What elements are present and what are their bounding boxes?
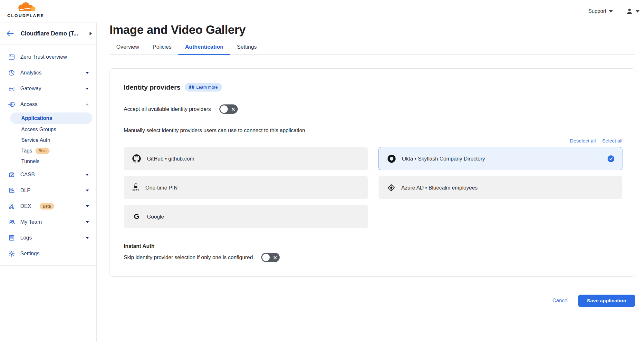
sidebar-item-label: Settings: [20, 250, 40, 257]
google-icon: G: [132, 212, 141, 221]
instant-auth-toggle[interactable]: [261, 253, 280, 262]
chevron-down-icon[interactable]: [86, 88, 89, 90]
provider-label: Google: [147, 214, 164, 220]
sidebar-item-dlp[interactable]: DLP: [0, 182, 96, 198]
sidebar-item-label: CASB: [20, 171, 35, 178]
deselect-all-link[interactable]: Deselect all: [570, 138, 596, 144]
learn-more-badge[interactable]: Learn more: [185, 83, 222, 92]
book-icon: [189, 85, 194, 89]
learn-more-label: Learn more: [196, 85, 217, 90]
provider-tile-okta[interactable]: Okta • Skyflash Company Directory: [379, 147, 623, 170]
save-application-button[interactable]: Save application: [578, 295, 635, 307]
sidebar-item-label: DEX: [20, 203, 31, 209]
sidebar-item-analytics[interactable]: Analytics: [0, 65, 96, 81]
chevron-down-icon[interactable]: [86, 72, 89, 74]
accept-all-label: Accept all available identity providers: [124, 106, 211, 112]
access-icon: [8, 101, 15, 108]
beta-badge: Beta: [40, 203, 54, 210]
account-menu[interactable]: [626, 7, 639, 15]
sidebar-item-service-auth[interactable]: Service Auth: [0, 135, 96, 145]
cloudflare-cloud-icon: [15, 2, 36, 12]
provider-tile-one-time-pin[interactable]: **** One-time PIN: [124, 176, 368, 199]
team-switcher[interactable]: Cloudflare Demo (T...: [0, 23, 96, 44]
analytics-icon: [8, 69, 15, 76]
provider-label: Okta • Skyflash Company Directory: [402, 156, 485, 162]
sidebar-item-tags[interactable]: Tags Beta: [0, 145, 96, 156]
accept-all-toggle[interactable]: [219, 104, 238, 114]
sidebar-item-tunnels[interactable]: Tunnels: [0, 156, 96, 167]
chevron-down-icon[interactable]: [86, 221, 89, 223]
sidebar-item-label: Gateway: [20, 85, 41, 92]
chevron-down-icon: [609, 10, 613, 13]
chevron-down-icon[interactable]: [86, 205, 89, 207]
sidebar-item-applications[interactable]: Applications: [10, 112, 92, 124]
team-icon: [8, 219, 15, 226]
pin-mask: ****: [132, 189, 139, 192]
sidebar: Cloudflare Demo (T... Zero Trust overvie…: [0, 23, 97, 342]
footer-divider: [110, 289, 635, 289]
support-label: Support: [588, 8, 606, 14]
one-time-pin-icon: ****: [132, 183, 139, 192]
tab-policies[interactable]: Policies: [146, 44, 178, 54]
toggle-x-icon: [231, 107, 235, 111]
sidebar-item-label: Service Auth: [21, 137, 50, 143]
sidebar-item-my-team[interactable]: My Team: [0, 214, 96, 230]
sidebar-item-access-groups[interactable]: Access Groups: [0, 124, 96, 135]
chevron-down-icon[interactable]: [86, 190, 89, 191]
team-name: Cloudflare Demo (T...: [21, 30, 90, 37]
provider-label: GitHub • github.com: [147, 156, 194, 162]
provider-tile-github[interactable]: GitHub • github.com: [124, 147, 368, 170]
dlp-icon: [8, 187, 15, 194]
okta-icon: [387, 154, 396, 163]
casb-icon: [8, 171, 15, 178]
tab-overview[interactable]: Overview: [110, 44, 146, 54]
identity-providers-card: Identity providers Learn more Accept all…: [110, 68, 635, 277]
sidebar-item-logs[interactable]: Logs: [0, 230, 96, 246]
sidebar-divider: [0, 265, 96, 266]
chevron-right-icon[interactable]: [90, 32, 92, 35]
sidebar-item-label: Applications: [21, 115, 52, 121]
sidebar-item-dex[interactable]: DEX Beta: [0, 198, 96, 214]
azure-ad-icon: [387, 184, 395, 192]
sidebar-item-label: Analytics: [20, 70, 42, 76]
chevron-down-icon[interactable]: [86, 237, 89, 239]
logs-icon: [8, 234, 15, 241]
beta-badge: Beta: [35, 148, 50, 154]
cloudflare-wordmark: CLOUDFLARE: [5, 13, 47, 18]
skip-selection-label: Skip identity provider selection if only…: [124, 254, 253, 260]
access-subnav: Applications Access Groups Service Auth …: [0, 112, 96, 167]
back-arrow-icon[interactable]: [6, 31, 14, 36]
chevron-up-icon[interactable]: [86, 103, 89, 105]
sidebar-item-zero-trust-overview[interactable]: Zero Trust overview: [0, 49, 96, 65]
manual-select-label: Manually select identity providers users…: [124, 127, 622, 133]
sidebar-item-label: Zero Trust overview: [20, 54, 67, 60]
tab-settings[interactable]: Settings: [230, 44, 263, 54]
sidebar-item-label: DLP: [20, 187, 31, 193]
sidebar-item-label: Tunnels: [21, 159, 39, 164]
tab-authentication[interactable]: Authentication: [178, 44, 230, 54]
sidebar-item-label: Access Groups: [21, 127, 56, 132]
check-circle-icon: [608, 155, 614, 162]
provider-tile-google[interactable]: G Google: [124, 205, 368, 228]
provider-label: One-time PIN: [145, 185, 178, 191]
sidebar-item-label: My Team: [20, 219, 42, 225]
sidebar-item-access[interactable]: Access: [0, 96, 96, 112]
overview-icon: [8, 54, 15, 61]
page-title: Image and Video Gallery: [110, 23, 635, 37]
tab-bar: Overview Policies Authentication Setting…: [110, 44, 635, 55]
sidebar-item-settings[interactable]: Settings: [0, 246, 96, 261]
card-title: Identity providers: [124, 83, 180, 91]
toggle-knob: [220, 105, 228, 113]
provider-label: Azure AD • Bluecalm employees: [401, 185, 478, 191]
support-menu[interactable]: Support: [588, 8, 613, 14]
sidebar-item-gateway[interactable]: Gateway: [0, 81, 96, 96]
cloudflare-logo: CLOUDFLARE: [5, 2, 47, 18]
cancel-button[interactable]: Cancel: [553, 298, 569, 304]
sidebar-item-label: Tags: [21, 148, 32, 154]
footer-actions: Cancel Save application: [110, 295, 635, 313]
main-content: ← Back to Applications Image and Video G…: [97, 0, 644, 313]
provider-tile-azure-ad[interactable]: Azure AD • Bluecalm employees: [379, 176, 623, 199]
sidebar-item-casb[interactable]: CASB: [0, 167, 96, 182]
chevron-down-icon[interactable]: [86, 174, 89, 176]
select-all-link[interactable]: Select all: [602, 138, 622, 144]
